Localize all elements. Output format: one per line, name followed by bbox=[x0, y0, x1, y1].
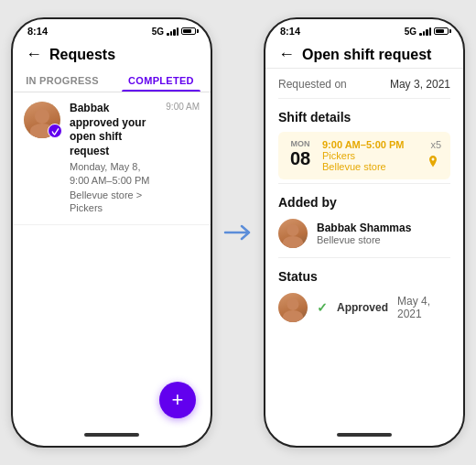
requested-on-row: Requested on May 3, 2021 bbox=[265, 69, 463, 94]
shift-details-title: Shift details bbox=[265, 103, 463, 128]
requested-on-value: May 3, 2021 bbox=[390, 78, 450, 91]
top-nav-1: ← Requests bbox=[13, 39, 211, 68]
notif-time: 9:00 AM bbox=[166, 102, 200, 112]
page-title-2: Open shift request bbox=[302, 47, 431, 63]
fab-button[interactable]: + bbox=[159, 382, 196, 418]
status-text: Approved bbox=[337, 301, 388, 314]
shift-store: Bellevue store bbox=[322, 161, 416, 172]
detail-nav: ← Open shift request bbox=[265, 39, 463, 69]
shift-role: Pickers bbox=[322, 150, 416, 161]
tab-completed[interactable]: COMPLETED bbox=[112, 68, 211, 92]
detail-content: Requested on May 3, 2021 Shift details M… bbox=[265, 69, 463, 446]
status-bar-1: 8:14 5G bbox=[13, 19, 211, 39]
phone-2: 8:14 5G ← Open shift request Requested o… bbox=[264, 17, 465, 448]
back-button-2[interactable]: ← bbox=[278, 45, 295, 64]
time-1: 8:14 bbox=[27, 26, 48, 37]
location-icon bbox=[425, 154, 441, 170]
added-by-name: Babbak Shammas bbox=[317, 222, 411, 234]
shift-count: x5 bbox=[430, 139, 441, 150]
shift-meta: x5 bbox=[425, 139, 441, 170]
page-title-1: Requests bbox=[49, 47, 115, 63]
tabs-row-1: IN PROGRESS COMPLETED bbox=[13, 68, 211, 92]
avatar-wrap bbox=[24, 102, 60, 138]
signal-icon-1 bbox=[167, 27, 178, 36]
added-by-avatar bbox=[278, 219, 308, 248]
notif-title: Babbak approved your open shift request bbox=[70, 102, 157, 158]
network-label-2: 5G bbox=[405, 27, 416, 37]
requested-on-label: Requested on bbox=[278, 78, 347, 91]
notif-content: Babbak approved your open shift request … bbox=[70, 102, 157, 215]
shift-time: 9:00 AM–5:00 PM bbox=[322, 139, 416, 150]
transition-arrow bbox=[223, 223, 253, 242]
back-button-1[interactable]: ← bbox=[26, 45, 42, 64]
battery-icon-2 bbox=[434, 27, 449, 35]
shift-date-col: MON 08 bbox=[287, 139, 313, 168]
signal-icon-2 bbox=[419, 27, 431, 36]
notif-subtitle: Monday, May 8, 9:00 AM–5:00 PM bbox=[70, 160, 157, 187]
battery-icon-1 bbox=[181, 27, 196, 35]
status-bar-2: 8:14 5G bbox=[265, 19, 463, 39]
time-2: 8:14 bbox=[280, 26, 300, 37]
status-check-icon: ✓ bbox=[317, 300, 328, 315]
divider-2 bbox=[278, 183, 450, 184]
avatar-badge-icon bbox=[48, 124, 62, 138]
shift-info: 9:00 AM–5:00 PM Pickers Bellevue store bbox=[322, 139, 416, 172]
added-by-title: Added by bbox=[265, 188, 463, 213]
shift-day-number: 08 bbox=[290, 148, 310, 168]
status-avatar bbox=[278, 293, 308, 322]
home-bar-1 bbox=[84, 433, 139, 437]
added-by-store: Bellevue store bbox=[317, 234, 411, 245]
shift-day-name: MON bbox=[291, 139, 310, 148]
status-icons-2: 5G bbox=[405, 27, 449, 37]
added-by-info: Babbak Shammas Bellevue store bbox=[317, 222, 411, 245]
network-label-1: 5G bbox=[152, 27, 164, 37]
status-icons-1: 5G bbox=[152, 27, 196, 37]
notification-item[interactable]: Babbak approved your open shift request … bbox=[13, 92, 211, 225]
home-bar-2 bbox=[337, 433, 392, 437]
notif-store: Bellevue store > Pickers bbox=[70, 189, 157, 215]
status-date: May 4, 2021 bbox=[397, 295, 450, 320]
divider-3 bbox=[278, 257, 450, 258]
tab-in-progress[interactable]: IN PROGRESS bbox=[13, 68, 112, 92]
added-by-row: Babbak Shammas Bellevue store bbox=[265, 213, 463, 254]
divider-1 bbox=[278, 98, 450, 99]
phone-1: 8:14 5G ← Requests IN PROGRESS COMPLETED bbox=[11, 17, 212, 448]
shift-card: MON 08 9:00 AM–5:00 PM Pickers Bellevue … bbox=[278, 132, 450, 179]
status-row: ✓ Approved May 4, 2021 bbox=[265, 287, 463, 328]
status-title: Status bbox=[265, 262, 463, 287]
